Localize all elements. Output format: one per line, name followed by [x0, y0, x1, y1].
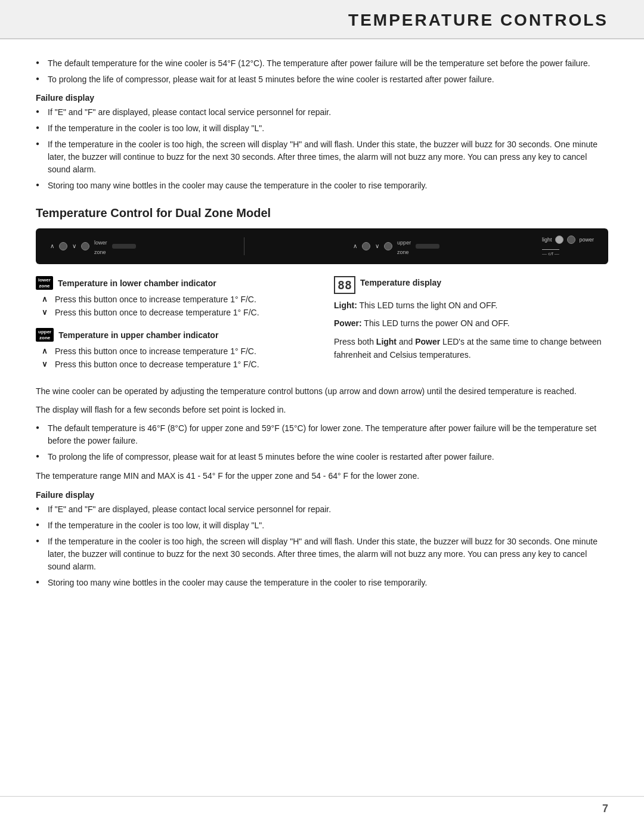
upper-zone-indicator: upper zone Temperature in upper chamber … [36, 328, 310, 369]
indicators-grid: lower zone Temperature in lower chamber … [36, 276, 608, 373]
power-text: This LED turns the power ON and OFF. [364, 318, 509, 328]
upper-zone-indicator-title: Temperature in upper chamber indicator [58, 330, 218, 340]
panel-light-power: light power — c/f — [542, 236, 594, 257]
lower-down-arrow: ∨ [42, 308, 50, 317]
failure-display-section-1: Failure display If "E" and "F" are displ… [36, 93, 608, 192]
list-item: If "E" and "F" are displayed, please con… [36, 106, 608, 119]
upper-zone-display [416, 244, 439, 249]
lower-zone-down-btn: ∨ [72, 243, 76, 249]
operation-note-2: The display will flash for a few seconds… [36, 403, 608, 416]
lower-led-1 [59, 242, 67, 250]
temp-display-icon: 88 [334, 276, 355, 294]
up-arrow-icon-2: ∧ [353, 243, 357, 249]
upper-up-text: Press this button once to increase tempe… [55, 346, 256, 356]
upper-zone-down-btn: ∨ [375, 243, 379, 249]
list-item: Storing too many wine bottles in the coo… [36, 577, 608, 589]
lower-up-arrow: ∧ [42, 295, 50, 304]
lower-zone-display [112, 244, 136, 249]
upper-up-arrow-item: ∧ Press this button once to increase tem… [36, 346, 310, 356]
control-panel-diagram: ∧ ∨ lowerzone ∧ ∨ upperzone [36, 228, 608, 264]
list-item: Storing too many wine bottles in the coo… [36, 179, 608, 192]
lower-zone-label: lowerzone [94, 237, 107, 256]
list-item: To prolong the life of compressor, pleas… [36, 451, 608, 463]
left-indicators-col: lower zone Temperature in lower chamber … [36, 276, 310, 373]
upper-led-2 [384, 242, 392, 250]
list-item: The default temperature for the wine coo… [36, 57, 608, 70]
failure-display-title-1: Failure display [36, 93, 608, 103]
cf-label: — c/f — [542, 249, 559, 256]
page-footer: 7 [0, 796, 644, 821]
light-bold: Light [376, 337, 397, 346]
light-strong: Light: [334, 301, 357, 310]
power-led [567, 236, 575, 244]
upper-zone-up-btn: ∧ [353, 243, 357, 249]
temp-range-note: The temperature range MIN and MAX is 41 … [36, 469, 608, 482]
page-header: Temperature Controls [0, 0, 644, 39]
light-label: light [542, 237, 552, 243]
panel-upper-zone: ∧ ∨ upperzone [353, 237, 439, 256]
list-item: The default temperature is 46°F (8°C) fo… [36, 422, 608, 447]
lower-down-text: Press this button once to decrease tempe… [55, 308, 259, 317]
power-bold: Power [415, 337, 440, 346]
light-text: This LED turns the light ON and OFF. [360, 301, 498, 310]
list-item: If the temperature in the cooler is too … [36, 138, 608, 176]
up-arrow-icon: ∧ [50, 243, 54, 249]
lower-zone-indicator-title: Temperature in lower chamber indicator [58, 278, 216, 288]
page-number: 7 [602, 803, 608, 815]
lower-up-text: Press this button once to increase tempe… [55, 295, 256, 304]
light-info: Light: This LED turns the light ON and O… [334, 299, 608, 312]
lower-up-arrow-item: ∧ Press this button once to increase tem… [36, 295, 310, 304]
power-strong: Power: [334, 318, 362, 328]
temp-display-title: Temperature display [360, 278, 441, 287]
operation-notes: The wine cooler can be operated by adjus… [36, 385, 608, 416]
upper-down-text: Press this button once to decrease tempe… [55, 360, 259, 369]
power-info: Power: This LED turns the power ON and O… [334, 317, 608, 330]
lower-zone-indicator: lower zone Temperature in lower chamber … [36, 276, 310, 317]
list-item: If the temperature in the cooler is too … [36, 535, 608, 573]
failure-bullets-1: If "E" and "F" are displayed, please con… [36, 106, 608, 192]
upper-up-arrow: ∧ [42, 346, 50, 355]
list-item: If "E" and "F" are displayed, please con… [36, 503, 608, 516]
upper-zone-label: upperzone [397, 237, 411, 256]
operation-note-1: The wine cooler can be operated by adjus… [36, 385, 608, 398]
failure-bullets-2: If "E" and "F" are displayed, please con… [36, 503, 608, 589]
list-item: To prolong the life of compressor, pleas… [36, 73, 608, 86]
failure-display-section-2: Failure display If "E" and "F" are displ… [36, 490, 608, 589]
main-content: The default temperature for the wine coo… [0, 39, 644, 613]
power-label: power [579, 237, 594, 243]
failure-display-title-2: Failure display [36, 490, 608, 500]
list-item: If the temperature in the cooler is too … [36, 519, 608, 532]
bottom-bullets-list: The default temperature is 46°F (8°C) fo… [36, 422, 608, 463]
intro-bullets-list: The default temperature for the wine coo… [36, 57, 608, 86]
right-indicators-col: 88 Temperature display Light: This LED t… [334, 276, 608, 373]
combined-info: Press both Light and Power LED's at the … [334, 335, 608, 362]
down-arrow-icon-2: ∨ [375, 243, 379, 249]
upper-down-arrow-item: ∨ Press this button once to decrease tem… [36, 360, 310, 369]
list-item: If the temperature in the cooler is too … [36, 122, 608, 135]
dual-zone-heading: Temperature Control for Dual Zone Model [36, 206, 608, 220]
light-led [555, 236, 564, 244]
upper-led-1 [362, 242, 370, 250]
upper-down-arrow: ∨ [42, 360, 50, 368]
panel-lower-zone: ∧ ∨ lowerzone [50, 237, 136, 256]
panel-divider [244, 237, 244, 255]
down-arrow-icon: ∨ [72, 243, 76, 249]
lower-zone-up-btn: ∧ [50, 243, 54, 249]
page-title: Temperature Controls [348, 11, 608, 29]
upper-zone-badge: upper zone [36, 328, 54, 342]
lower-zone-badge: lower zone [36, 276, 53, 290]
lower-down-arrow-item: ∨ Press this button once to decrease tem… [36, 308, 310, 317]
lower-led-2 [81, 242, 89, 250]
